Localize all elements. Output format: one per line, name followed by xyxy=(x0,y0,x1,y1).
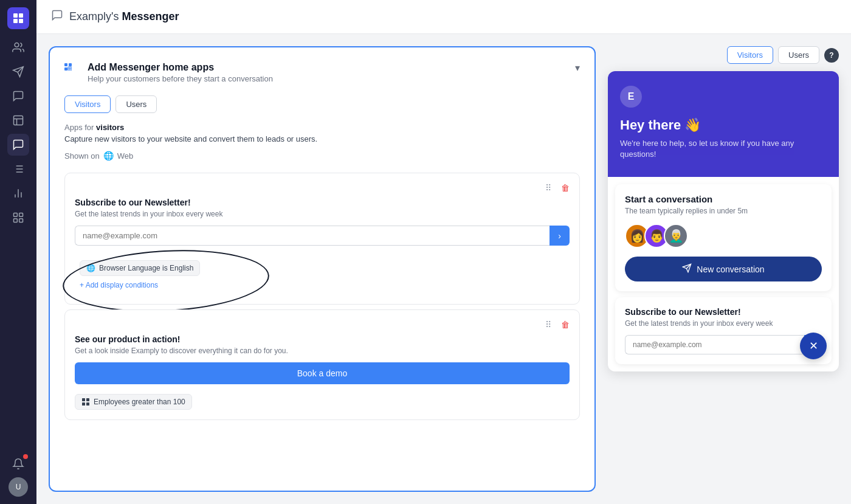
svg-rect-19 xyxy=(14,219,18,223)
card-actions: ⠿ 🗑 xyxy=(75,183,570,193)
panel-header: Add Messenger home apps Help your custom… xyxy=(64,62,580,83)
svg-rect-18 xyxy=(19,213,23,217)
send-icon xyxy=(682,263,692,275)
nl-input-row: › xyxy=(625,335,822,354)
avatar-3: 👨‍🦳 xyxy=(664,224,688,248)
condition-badge-text: Browser Language is English xyxy=(99,264,193,272)
svg-rect-0 xyxy=(13,13,18,18)
preview-tab-users[interactable]: Users xyxy=(778,46,819,64)
delete-card2-button[interactable]: 🗑 xyxy=(561,320,570,330)
convo-card-title: Start a conversation xyxy=(625,194,822,204)
svg-rect-28 xyxy=(86,398,89,401)
sidebar-item-notes[interactable] xyxy=(7,109,29,131)
sidebar-item-campaigns[interactable] xyxy=(7,61,29,83)
sidebar-item-analytics[interactable] xyxy=(7,182,29,204)
sidebar-item-contacts[interactable] xyxy=(7,36,29,58)
preview-tabs: Visitors Users ? xyxy=(608,46,839,64)
svg-rect-29 xyxy=(82,402,85,406)
sidebar-item-inbox[interactable] xyxy=(7,134,29,156)
messenger-header: E Hey there 👋 We're here to help, so let… xyxy=(608,71,839,177)
condition-badge-icon: 🌐 xyxy=(86,264,95,272)
panel-icon xyxy=(64,63,80,71)
card2-actions: ⠿ 🗑 xyxy=(75,320,570,330)
shown-on: Shown on 🌐 Web xyxy=(64,151,580,161)
messenger-greeting: Hey there 👋 xyxy=(620,117,827,133)
globe-icon: 🌐 xyxy=(103,151,114,161)
sidebar-logo xyxy=(7,7,29,29)
help-button[interactable]: ? xyxy=(824,48,839,63)
sidebar-item-apps[interactable] xyxy=(7,207,29,229)
main-area: Examply's Messenger Add Messenger home a… xyxy=(36,0,851,504)
messenger-logo: E xyxy=(620,86,642,108)
email-input[interactable] xyxy=(75,226,550,246)
messenger-widget: E Hey there 👋 We're here to help, so let… xyxy=(608,71,839,371)
tab-users[interactable]: Users xyxy=(115,95,157,113)
team-avatars: 👩 👨 👨‍🦳 xyxy=(625,224,822,248)
apps-description: Capture new visitors to your website and… xyxy=(64,134,580,143)
convo-card-subtitle: The team typically replies in under 5m xyxy=(625,207,822,215)
messenger-icon xyxy=(51,9,63,24)
svg-rect-2 xyxy=(13,19,18,23)
svg-rect-22 xyxy=(69,63,72,66)
topbar: Examply's Messenger xyxy=(36,0,851,34)
conversation-card: Start a conversation The team typically … xyxy=(615,184,832,291)
card1-title: Subscribe to our Newsletter! xyxy=(75,198,570,207)
sidebar-item-conversations[interactable] xyxy=(7,85,29,107)
right-panel: Visitors Users ? E Hey there 👋 We're her… xyxy=(608,46,839,492)
svg-rect-23 xyxy=(64,67,67,71)
sidebar-item-list[interactable] xyxy=(7,158,29,180)
employees-badge: Employees greater than 100 xyxy=(75,394,192,410)
svg-point-4 xyxy=(15,43,19,47)
tab-visitors[interactable]: Visitors xyxy=(64,95,111,113)
book-demo-button[interactable]: Book a demo xyxy=(75,362,570,384)
svg-rect-17 xyxy=(14,213,18,217)
svg-rect-30 xyxy=(86,402,89,406)
apps-for-label: Apps for visitors xyxy=(64,123,580,132)
svg-rect-20 xyxy=(19,219,23,223)
content-wrapper: Add Messenger home apps Help your custom… xyxy=(36,34,851,504)
svg-rect-21 xyxy=(64,63,67,66)
product-demo-card: ⠿ 🗑 See our product in action! Get a loo… xyxy=(64,309,580,420)
card1-description: Get the latest trends in your inbox ever… xyxy=(75,210,570,218)
svg-rect-3 xyxy=(19,19,23,23)
nl-preview-title: Subscribe to our Newsletter! xyxy=(625,307,822,317)
preview-container: E Hey there 👋 We're here to help, so let… xyxy=(608,71,839,371)
user-avatar[interactable]: U xyxy=(9,477,28,497)
messenger-subtext: We're here to help, so let us know if yo… xyxy=(620,138,827,160)
condition-badge: 🌐 Browser Language is English xyxy=(80,260,200,276)
newsletter-preview-card: Subscribe to our Newsletter! Get the lat… xyxy=(615,297,832,364)
card2-description: Get a look inside Examply to discover ev… xyxy=(75,347,570,355)
sidebar-notifications[interactable] xyxy=(7,453,29,475)
preview-tab-visitors[interactable]: Visitors xyxy=(727,46,773,64)
drag-handle-2[interactable]: ⠿ xyxy=(545,320,551,330)
drag-handle[interactable]: ⠿ xyxy=(545,183,551,193)
svg-rect-1 xyxy=(19,13,23,18)
collapse-button[interactable]: ▾ xyxy=(575,62,580,74)
email-submit-button[interactable]: › xyxy=(550,226,570,246)
nl-preview-desc: Get the latest trends in your inbox ever… xyxy=(625,319,822,328)
employees-badge-text: Employees greater than 100 xyxy=(94,398,185,406)
panel-subtitle: Help your customers before they start a … xyxy=(88,74,273,83)
email-input-row: › xyxy=(75,226,570,246)
add-condition-button[interactable]: + Add display conditions xyxy=(80,281,565,289)
notification-dot xyxy=(23,454,28,459)
card2-title: See our product in action! xyxy=(75,334,570,344)
sidebar: U xyxy=(0,0,36,504)
left-panel: Add Messenger home apps Help your custom… xyxy=(49,46,596,492)
newsletter-card: ⠿ 🗑 Subscribe to our Newsletter! Get the… xyxy=(64,173,580,305)
svg-rect-5 xyxy=(14,116,23,125)
panel-tabs: Visitors Users xyxy=(64,95,580,113)
panel-header-left: Add Messenger home apps Help your custom… xyxy=(64,62,273,83)
delete-card1-button[interactable]: 🗑 xyxy=(561,183,570,193)
panel-title: Add Messenger home apps xyxy=(88,62,273,73)
svg-rect-27 xyxy=(82,398,85,401)
page-title: Examply's Messenger xyxy=(69,10,179,23)
new-conversation-button[interactable]: New conversation xyxy=(625,257,822,281)
nl-email-input[interactable] xyxy=(625,335,804,354)
condition-area: 🌐 Browser Language is English + Add disp… xyxy=(75,255,570,294)
